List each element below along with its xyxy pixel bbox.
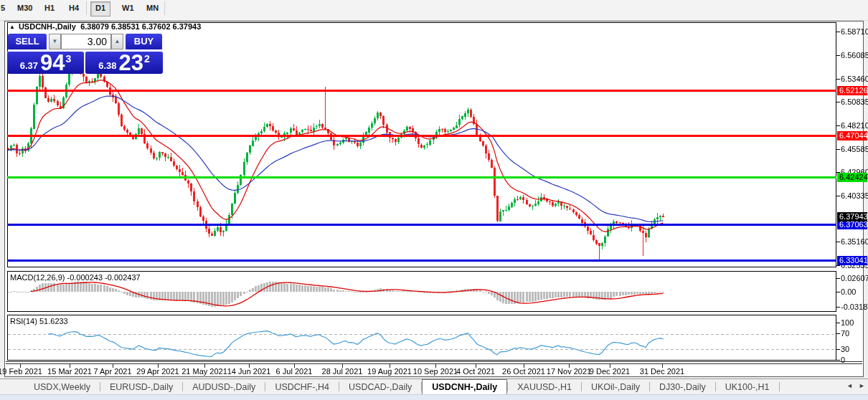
date-axis-label: 26 Oct 2021	[502, 367, 545, 376]
level-line-6.42424[interactable]	[7, 176, 836, 178]
tab-uk100-h1[interactable]: UK100-,H1	[716, 380, 779, 395]
tabs-scroll-left-icon[interactable]: ◄	[846, 382, 853, 389]
rsi-axis-label: 0	[841, 356, 845, 364]
price-axis-label: 6.40335	[841, 191, 868, 200]
collapse-panel-icon[interactable]: ▲	[9, 24, 15, 30]
current-price-badge: 6.37943	[837, 212, 867, 222]
date-axis-label: 17 Nov 2021	[547, 367, 591, 376]
volume-decrease-button[interactable]: ▼	[49, 34, 61, 49]
level-price-badge: 6.47044	[837, 131, 867, 141]
chart-title: ▲USDCNH-,Daily 6.38079 6.38531 6.37602 6…	[9, 22, 201, 31]
tab-usdcnh-daily[interactable]: USDCNH-,Daily	[422, 379, 507, 395]
volume-input[interactable]: 3.00	[61, 34, 111, 49]
date-axis-label: 14 Jun 2021	[227, 367, 271, 376]
price-axis-tick	[836, 149, 840, 150]
buy-price-sup: 2	[144, 53, 150, 65]
level-line-6.37063[interactable]	[7, 224, 836, 226]
tab-ukoil-daily[interactable]: UKOil-,Daily	[582, 380, 649, 395]
price-axis-tick	[836, 102, 840, 103]
volume-increase-button[interactable]: ▲	[111, 34, 123, 49]
price-axis-label: 6.48210	[841, 121, 868, 130]
tabs-scroll-right-icon[interactable]: ►	[859, 382, 865, 389]
rsi-axis-tick	[836, 360, 840, 361]
price-axis-tick	[836, 242, 840, 242]
ohlc-values: 6.38079 6.38531 6.37602 6.37943	[80, 22, 201, 31]
rsi-axis-tick	[836, 333, 840, 334]
rsi-axis-label: 70	[841, 329, 849, 338]
tab-usdchf-h4[interactable]: USDCHF-,H4	[265, 380, 339, 395]
level-line-6.47044[interactable]	[7, 135, 836, 137]
date-axis-label: 21 May 2021	[181, 367, 227, 376]
tab-divider	[779, 382, 780, 391]
sell-price-sup: 3	[66, 53, 72, 65]
date-axis-label: 19 Feb 2021	[0, 367, 42, 376]
macd-axis-label: 0.02607	[841, 274, 868, 282]
price-axis-tick	[836, 79, 840, 80]
date-axis-label: 28 Jul 2021	[322, 367, 363, 376]
level-price-badge: 6.42424	[837, 173, 867, 182]
window-bottom-edge	[6, 361, 862, 364]
sell-price-box[interactable]: 6.37943	[7, 51, 84, 74]
tab-usdcad-daily[interactable]: USDCAD-,Daily	[339, 380, 421, 395]
date-axis-label: 10 Sep 2021	[413, 367, 458, 376]
tab-audusd-daily[interactable]: AUDUSD-,Daily	[183, 380, 265, 395]
sell-price-big: 94	[40, 52, 65, 74]
macd-axis-tick	[836, 307, 840, 308]
price-axis-tick	[836, 32, 840, 32]
buy-price-small: 6.38	[98, 60, 116, 71]
rsi-label: RSI(14) 51.6233	[10, 317, 68, 325]
sell-button[interactable]: SELL	[8, 34, 47, 51]
rsi-value: 51.6233	[39, 317, 68, 325]
level-line-6.52126[interactable]	[7, 90, 836, 92]
macd-axis-tick	[836, 278, 840, 279]
date-axis-label: 7 Apr 2021	[93, 367, 131, 376]
date-axis-label: 31 Dec 2021	[640, 367, 684, 376]
macd-axis-label: -0.031872	[841, 303, 868, 311]
level-price-badge: 6.33041	[837, 256, 867, 265]
level-price-badge: 6.52126	[837, 86, 867, 95]
date-axis-label: 6 Jul 2021	[276, 367, 313, 376]
rsi-axis-tick	[836, 349, 840, 350]
rsi-axis-label: 100	[841, 318, 854, 327]
macd-axis-label: 0.00	[841, 287, 856, 296]
price-axis-label: 6.45585	[841, 145, 868, 153]
buy-button[interactable]: BUY	[126, 34, 162, 51]
rsi-axis-label: 30	[841, 345, 849, 353]
tab-eurusd-daily[interactable]: EURUSD-,Daily	[100, 380, 182, 395]
date-axis-label: 4 Oct 2021	[456, 367, 495, 376]
price-axis-tick	[836, 55, 840, 56]
buy-price-big: 23	[119, 52, 143, 74]
date-axis-label: 19 Aug 2021	[367, 367, 412, 376]
price-axis-tick	[836, 125, 840, 126]
symbol-tab-bar: ◄ ► USDX,WeeklyEURUSD-,DailyAUDUSD-,Dail…	[0, 378, 868, 394]
status-bar	[0, 394, 868, 400]
tab-xauusd-h1[interactable]: XAUUSD-,H1	[508, 380, 581, 395]
price-axis-label: 6.53460	[841, 75, 868, 83]
symbol-title: USDCNH-,Daily	[19, 22, 76, 31]
panel-separator[interactable]	[7, 311, 836, 315]
price-axis-label: 6.35160	[841, 237, 868, 246]
macd-axis-tick	[836, 292, 840, 292]
date-axis-label: 15 Mar 2021	[47, 367, 92, 376]
price-axis-label: 6.56085	[841, 51, 868, 59]
price-axis-tick	[836, 196, 840, 196]
sell-price-small: 6.37	[20, 60, 38, 71]
rsi-axis-tick	[836, 323, 840, 323]
macd-values: -0.000243 -0.002437	[67, 273, 140, 282]
price-axis-label: 6.58710	[841, 27, 868, 36]
macd-label: MACD(12,26,9) -0.000243 -0.002437	[10, 273, 141, 282]
price-axis-label: 6.50835	[841, 97, 868, 106]
tabs-strip: USDX,WeeklyEURUSD-,DailyAUDUSD-,DailyUSD…	[24, 379, 780, 395]
tab-usdx-weekly[interactable]: USDX,Weekly	[24, 380, 100, 395]
date-axis-label: 9 Dec 2021	[590, 367, 630, 376]
date-axis-label: 29 Apr 2021	[136, 367, 179, 376]
tab-dj30-daily[interactable]: DJ30-,Daily	[650, 380, 715, 395]
buy-price-box[interactable]: 6.38232	[85, 51, 163, 74]
panel-separator[interactable]	[7, 267, 836, 271]
level-line-6.33041[interactable]	[7, 259, 836, 262]
